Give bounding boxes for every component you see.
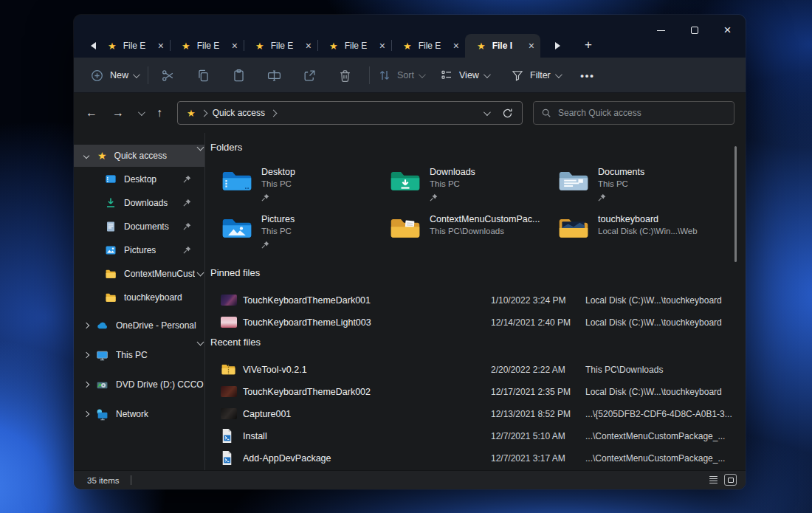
section-header-pinned-files[interactable]: Pinned files [198, 267, 260, 278]
search-input[interactable] [558, 108, 706, 118]
section-header-folders[interactable]: Folders [198, 142, 242, 153]
chevron-down-icon[interactable] [197, 269, 204, 277]
tab-close-icon[interactable]: × [529, 41, 534, 51]
tab-file-explorer-4[interactable]: ★ File E × [317, 34, 391, 58]
image-thumbnail-icon [221, 386, 237, 397]
folder-tile-downloads[interactable]: Downloads This PC [389, 167, 553, 200]
file-row-touchkeyboardthemedark001[interactable]: TouchKeyboardThemeDark001 1/10/2022 3:24… [204, 289, 746, 311]
file-name: TouchKeyboardThemeLight003 [243, 317, 371, 328]
chevron-right-icon[interactable] [83, 352, 89, 358]
image-thumbnail-icon [221, 317, 237, 328]
sidebar-item-desktop[interactable]: Desktop [74, 168, 204, 190]
minimize-button[interactable] [644, 19, 678, 41]
chevron-right-icon[interactable] [83, 382, 89, 388]
folder-tile-documents[interactable]: Documents This PC [557, 167, 721, 200]
file-location: ...\ContextMenuCustomPackage_... [585, 431, 725, 441]
tab-favicon-star-icon: ★ [329, 41, 338, 51]
sidebar-item-network[interactable]: Network [74, 403, 204, 425]
tile-location: This PC\Downloads [430, 227, 540, 235]
tab-close-icon[interactable]: × [158, 41, 164, 51]
pin-icon [261, 238, 295, 247]
folder-tile-pictures[interactable]: Pictures This PC [221, 214, 385, 247]
chevron-down-icon[interactable] [83, 153, 89, 159]
up-button[interactable]: ↑ [148, 103, 171, 123]
sidebar-item-contextmenucust[interactable]: ContextMenuCust [74, 263, 204, 285]
copy-button[interactable] [188, 63, 218, 87]
tab-scroll-right-button[interactable] [550, 39, 565, 52]
sidebar-item-dvd-drive[interactable]: DVD Drive (D:) CCCO [74, 373, 204, 396]
address-bar[interactable]: ★ Quick access [177, 101, 523, 125]
file-row-touchkeyboardthemelight003[interactable]: TouchKeyboardThemeLight003 12/14/2021 2:… [204, 311, 746, 334]
file-row-install[interactable]: Install 12/7/2021 5:10 AM ...\ContextMen… [204, 425, 746, 447]
chevron-right-icon[interactable] [83, 323, 89, 328]
tile-name: Pictures [261, 214, 295, 224]
rename-button[interactable] [259, 63, 289, 87]
tab-file-explorer-active[interactable]: ★ File I × [465, 34, 540, 58]
chevron-down-icon[interactable] [197, 339, 204, 346]
new-button[interactable]: New [86, 63, 142, 87]
chevron-down-icon [137, 109, 145, 116]
filter-button[interactable]: Filter [506, 63, 565, 87]
sidebar-item-quick-access[interactable]: ★ Quick access [74, 145, 204, 167]
tab-close-icon[interactable]: × [306, 41, 312, 51]
new-tab-button[interactable]: + [579, 35, 598, 55]
toolbar-separator [148, 66, 148, 84]
chevron-down-icon [555, 71, 562, 78]
more-options-button[interactable]: ••• [573, 63, 602, 87]
maximize-button[interactable] [678, 19, 711, 41]
tab-file-explorer-1[interactable]: ★ File E × [96, 34, 170, 58]
paste-button[interactable] [224, 63, 253, 87]
tab-file-explorer-2[interactable]: ★ File E × [170, 34, 244, 58]
tab-close-icon[interactable]: × [379, 41, 385, 51]
sidebar-item-touchkeyboard[interactable]: touchkeyboard [74, 286, 204, 309]
view-button[interactable]: View [436, 63, 493, 87]
breadcrumb-chevron-icon[interactable] [200, 109, 207, 117]
vertical-scrollbar[interactable] [734, 146, 737, 262]
tile-name: ContextMenuCustomPac... [430, 214, 540, 224]
documents-icon [105, 221, 117, 233]
sidebar-item-documents[interactable]: Documents [74, 216, 204, 238]
pin-icon [430, 191, 475, 200]
close-button[interactable]: × [711, 19, 744, 41]
breadcrumb-quick-access[interactable]: Quick access [213, 108, 265, 118]
large-icons-view-toggle-icon[interactable] [724, 474, 737, 486]
sidebar-item-downloads[interactable]: Downloads [74, 192, 204, 214]
folder-tile-contextmenucustompac[interactable]: ContextMenuCustomPac... This PC\Download… [389, 214, 553, 241]
folder-tile-touchkeyboard[interactable]: touchkeyboard Local Disk (C:)\Win...\Web [557, 214, 721, 241]
share-icon [303, 69, 317, 83]
image-thumbnail-icon [221, 408, 237, 419]
cut-button[interactable] [153, 63, 182, 87]
back-button[interactable]: ← [80, 103, 103, 123]
pin-icon [183, 222, 191, 233]
sidebar-item-pictures[interactable]: Pictures [74, 239, 204, 261]
recent-locations-button[interactable] [131, 103, 149, 123]
details-view-toggle-icon[interactable] [708, 475, 719, 485]
file-row-touchkeyboardthemedark002[interactable]: TouchKeyboardThemeDark002 12/17/2021 2:3… [204, 381, 746, 403]
powershell-script-icon [221, 450, 233, 469]
file-row-add-appdevpackage[interactable]: Add-AppDevPackage 12/7/2021 3:17 AM ...\… [204, 447, 746, 469]
tab-close-icon[interactable]: × [453, 41, 459, 51]
address-dropdown-chevron-icon[interactable] [484, 109, 491, 116]
tab-file-explorer-5[interactable]: ★ File E × [391, 34, 465, 58]
refresh-icon[interactable] [502, 108, 513, 119]
share-button[interactable] [295, 63, 324, 87]
tab-close-icon[interactable]: × [232, 41, 238, 51]
tab-favicon-star-icon: ★ [477, 41, 486, 51]
breadcrumb-chevron-icon[interactable] [270, 109, 278, 117]
sort-button[interactable]: Sort [374, 63, 428, 87]
file-row-vivetool[interactable]: ViVeTool-v0.2.1 2/20/2022 2:22 AM This P… [204, 359, 746, 381]
sidebar-item-onedrive[interactable]: OneDrive - Personal [74, 314, 204, 337]
sidebar-item-this-pc[interactable]: This PC [74, 344, 204, 366]
file-date: 12/7/2021 3:17 AM [491, 453, 565, 464]
tab-file-explorer-3[interactable]: ★ File E × [244, 34, 317, 58]
delete-button[interactable] [330, 63, 359, 87]
folder-tile-desktop[interactable]: Desktop This PC [221, 167, 385, 200]
tile-location: This PC [261, 179, 295, 188]
file-row-capture001[interactable]: Capture001 12/13/2021 8:52 PM ...\{5205D… [204, 403, 746, 425]
section-header-recent-files[interactable]: Recent files [198, 337, 261, 348]
chevron-right-icon[interactable] [83, 411, 89, 417]
file-location: ...\ContextMenuCustomPackage_... [585, 453, 725, 464]
chevron-down-icon[interactable] [197, 144, 204, 151]
more-dots-icon: ••• [580, 70, 595, 81]
forward-button[interactable]: → [106, 103, 130, 123]
